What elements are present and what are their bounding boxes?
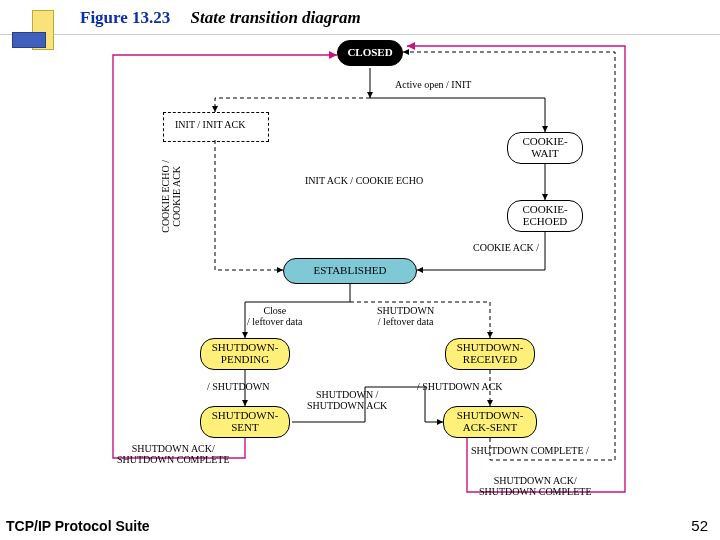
label-shutdown-over-ack: SHUTDOWN / SHUTDOWN ACK: [307, 390, 387, 411]
state-cookie-echoed: COOKIE- ECHOED: [507, 200, 583, 232]
state-closed: CLOSED: [337, 40, 403, 66]
label-cookie-echo-ack: COOKIE ECHO / COOKIE ACK: [161, 160, 182, 233]
page-number: 52: [691, 517, 708, 534]
label-shutdown-leftover: SHUTDOWN / leftover data: [377, 306, 434, 327]
label-slash-shutdown: / SHUTDOWN: [207, 382, 270, 393]
label-cookie-ack: COOKIE ACK /: [473, 243, 539, 254]
state-shutdown-received: SHUTDOWN- RECEIVED: [445, 338, 535, 370]
state-shutdown-sent: SHUTDOWN- SENT: [200, 406, 290, 438]
state-established: ESTABLISHED: [283, 258, 417, 284]
label-shutdown-complete: SHUTDOWN COMPLETE /: [471, 446, 589, 457]
state-shutdown-ack-sent: SHUTDOWN- ACK-SENT: [443, 406, 537, 438]
figure-title: State transition diagram: [191, 8, 361, 27]
label-init-initack: INIT / INIT ACK: [175, 120, 245, 131]
label-slash-shutdown-ack: / SHUTDOWN ACK: [417, 382, 503, 393]
label-active-open: Active open / INIT: [395, 80, 471, 91]
footer-text: TCP/IP Protocol Suite: [6, 518, 150, 534]
label-close-leftover: Close / leftover data: [247, 306, 303, 327]
figure-number: Figure 13.23: [80, 8, 170, 27]
label-initack-cookieecho: INIT ACK / COOKIE ECHO: [305, 176, 423, 187]
figure-heading: Figure 13.23 State transition diagram: [80, 8, 361, 28]
state-cookie-wait: COOKIE- WAIT: [507, 132, 583, 164]
label-shutdown-ack-complete2: SHUTDOWN ACK/ SHUTDOWN COMPLETE: [479, 476, 592, 497]
state-shutdown-pending: SHUTDOWN- PENDING: [200, 338, 290, 370]
label-shutdown-ack-complete: SHUTDOWN ACK/ SHUTDOWN COMPLETE: [117, 444, 230, 465]
state-transition-diagram: CLOSED COOKIE- WAIT COOKIE- ECHOED ESTAB…: [95, 40, 635, 510]
